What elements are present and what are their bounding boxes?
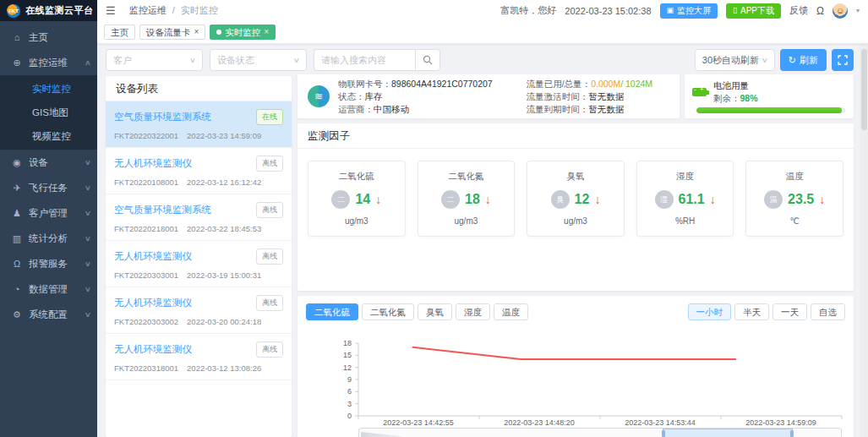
page-scrollbar[interactable]: [860, 44, 868, 437]
search-input[interactable]: [314, 49, 415, 71]
hamburger-icon[interactable]: ☰: [106, 4, 116, 17]
range-buttons: 一小时 半天 一天 自选: [688, 303, 846, 320]
datazoom-slider[interactable]: [358, 428, 842, 437]
device-list-item[interactable]: 无人机环境监测仪 离线 FKT20220318001 2022-03-12 13…: [106, 334, 292, 380]
chart-tab-no2[interactable]: 二氧化氮: [362, 303, 414, 320]
range-one-day-button[interactable]: 一天: [772, 303, 807, 320]
sidebar-item-flight-tasks[interactable]: ✈ 飞行任务 ∨: [0, 175, 97, 200]
x-tick-label: 2022-03-23 14:59:09: [745, 418, 816, 427]
bell-icon[interactable]: Ω: [816, 5, 824, 17]
range-custom-button[interactable]: 自选: [811, 303, 845, 320]
factor-card-humidity[interactable]: 湿度 湿 61.1 ↓ %RH: [636, 161, 734, 237]
y-tick-label: 3: [347, 400, 352, 408]
sidebar-item-monitor-ops[interactable]: ⊕ 监控运维 ∧: [0, 50, 97, 75]
chevron-down-icon: ∨: [85, 159, 91, 167]
auto-refresh-select[interactable]: 30秒自动刷新 ∨: [695, 49, 775, 71]
range-half-day-button[interactable]: 半天: [734, 303, 769, 320]
chart-tab-humidity[interactable]: 湿度: [456, 303, 490, 320]
device-name-link[interactable]: 无人机环境监测仪: [114, 157, 256, 170]
avatar[interactable]: ☺: [833, 3, 848, 19]
factor-unit: ug/m3: [418, 216, 515, 226]
y-tick-label: 15: [343, 351, 352, 359]
tag-device-sim-card[interactable]: 设备流量卡 ×: [139, 25, 205, 40]
sidebar-item-realtime-monitor[interactable]: 实时监控: [0, 77, 97, 101]
chart-tab-so2[interactable]: 二氧化硫: [306, 303, 358, 320]
sidebar-item-devices[interactable]: ◉ 设备 ∨: [0, 150, 97, 175]
x-tick-label: 2022-03-23 14:48:20: [504, 418, 575, 427]
sidebar-item-video-monitor[interactable]: 视频监控: [0, 124, 97, 148]
device-name-link[interactable]: 无人机环境监测仪: [114, 250, 256, 263]
caret-down-icon[interactable]: ▾: [856, 7, 860, 14]
device-time: 2022-03-12 16:12:42: [187, 178, 261, 187]
sidebar-item-data-mgmt[interactable]: ◔ 数据管理 ∨: [0, 276, 97, 302]
chevron-up-icon: ∧: [85, 59, 91, 67]
sidebar-item-gis-map[interactable]: GIS地图: [0, 101, 97, 124]
factor-value: 61.1: [679, 192, 705, 207]
fullscreen-button[interactable]: [832, 49, 854, 71]
device-list-item[interactable]: 空气质量环境监测系统 离线 FKT20220218001 2022-03-22 …: [106, 194, 292, 241]
datazoom-selection[interactable]: [663, 429, 793, 437]
factor-card-o3[interactable]: 臭氧 臭 12 ↓ ug/m3: [527, 161, 625, 237]
battery-fill: [696, 107, 842, 113]
battery-panel: 电池用量 剩余：98%: [685, 74, 854, 118]
expire-time: 暂无数据: [588, 104, 624, 114]
battery-bar: [696, 107, 845, 113]
device-status-select[interactable]: 设备状态 ∨: [210, 49, 307, 71]
monitor-factors-panel: 监测因子 二氧化硫 二 14 ↓ ug/m3 二氧化氮: [298, 123, 854, 291]
top-header: ☰ 监控运维 / 实时监控 富凯特，您好 2022-03-23 15:02:38…: [97, 0, 868, 21]
app-download-button[interactable]: ▯ APP下载: [726, 3, 781, 19]
sidebar-item-statistics[interactable]: ▥ 统计分析 ∨: [0, 226, 97, 251]
data-used: 0.000M: [591, 79, 620, 89]
breadcrumb-section[interactable]: 监控运维: [129, 5, 167, 15]
device-name-link[interactable]: 无人机环境监测仪: [114, 297, 256, 309]
factor-title: 湿度: [637, 171, 734, 183]
tag-label: 设备流量卡: [146, 25, 191, 39]
close-icon[interactable]: ×: [264, 25, 269, 39]
auto-refresh-value: 30秒自动刷新: [702, 54, 759, 67]
factor-card-temperature[interactable]: 温度 温 23.5 ↓ ℃: [745, 161, 843, 237]
iot-sim-card-panel: ≋ 物联网卡号：898604A41921C0770207 状态：库存 运营商：中…: [298, 74, 680, 118]
scrollbar-thumb[interactable]: [861, 49, 867, 130]
factor-unit: %RH: [637, 216, 734, 226]
sidebar-item-label: 统计分析: [29, 232, 85, 245]
monitor-factors-title: 监测因子: [298, 123, 854, 149]
customer-select[interactable]: 客户 ∨: [106, 49, 203, 71]
device-name-link[interactable]: 无人机环境监测仪: [114, 343, 256, 356]
refresh-button[interactable]: ↻ 刷新: [780, 49, 827, 71]
device-name-link[interactable]: 空气质量环境监测系统: [114, 111, 256, 123]
range-one-hour-button[interactable]: 一小时: [688, 303, 732, 320]
factor-title: 温度: [746, 171, 843, 183]
chart-tab-temperature[interactable]: 温度: [494, 303, 528, 320]
factor-card-no2[interactable]: 二氧化氮 二 18 ↓ ug/m3: [418, 161, 516, 237]
close-icon[interactable]: ×: [194, 25, 199, 39]
sidebar-item-customer-mgmt[interactable]: ♟ 客户管理 ∨: [0, 200, 97, 226]
device-code: FKT20220108001: [114, 178, 178, 187]
factor-value: 23.5: [788, 192, 814, 207]
chevron-down-icon: ∨: [85, 235, 91, 243]
chart-tab-o3[interactable]: 臭氧: [418, 303, 452, 320]
device-list-item[interactable]: 空气质量环境监测系统 在线 FKT20220322001 2022-03-23 …: [106, 101, 292, 148]
sidebar-item-home[interactable]: ⌂ 主页: [0, 25, 97, 50]
status-badge: 在线: [256, 109, 283, 125]
feedback-link[interactable]: 反馈: [789, 4, 808, 17]
data-total: / 1024M: [620, 79, 652, 89]
sidebar-item-alarm-service[interactable]: Ω 报警服务 ∨: [0, 251, 97, 276]
battery-remaining-label: 剩余：: [713, 93, 740, 103]
x-tick-label: 2022-03-23 14:42:55: [383, 418, 454, 427]
iot-carrier-label: 运营商：: [338, 104, 374, 114]
device-time: 2022-03-19 15:00:31: [187, 270, 261, 280]
tag-home[interactable]: 主页: [104, 25, 135, 40]
device-list-item[interactable]: 无人机环境监测仪 离线 FKT20220108001 2022-03-12 16…: [106, 148, 292, 194]
factor-icon: 温: [764, 190, 783, 209]
device-list-item[interactable]: 无人机环境监测仪 离线 FKT20220303001 2022-03-19 15…: [106, 241, 292, 287]
factor-card-so2[interactable]: 二氧化硫 二 14 ↓ ug/m3: [308, 161, 406, 237]
factor-title: 二氧化硫: [308, 171, 405, 183]
big-screen-button[interactable]: ▣ 监控大屏: [660, 3, 718, 19]
tag-realtime-monitor[interactable]: 实时监控 ×: [210, 25, 276, 40]
device-name-link[interactable]: 空气质量环境监测系统: [114, 204, 256, 216]
search-button[interactable]: [415, 49, 440, 71]
sidebar-item-system-config[interactable]: ⚙ 系统配置 ∨: [0, 302, 97, 327]
iot-info-left: 物联网卡号：898604A41921C0770207 状态：库存 运营商：中国移…: [338, 78, 493, 116]
device-list-item[interactable]: 无人机环境监测仪 离线 FKT20220303002 2022-03-20 00…: [106, 287, 292, 334]
summary-row: ≋ 物联网卡号：898604A41921C0770207 状态：库存 运营商：中…: [298, 74, 854, 118]
